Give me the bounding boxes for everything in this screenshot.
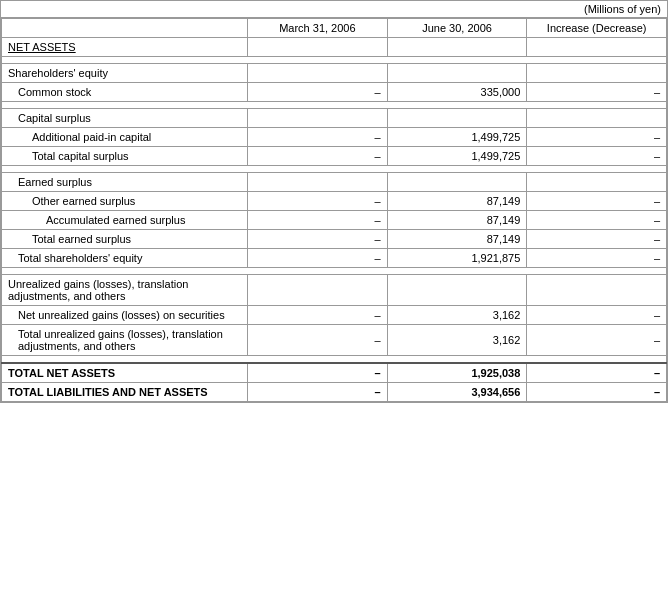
table-row: Total unrealized gains (losses), transla… — [2, 325, 667, 356]
table-row — [2, 356, 667, 364]
col3-value: – — [527, 230, 667, 249]
col3-value: – — [527, 211, 667, 230]
table-row: Additional paid-in capital–1,499,725– — [2, 128, 667, 147]
col3-value — [527, 275, 667, 306]
table-row — [2, 268, 667, 275]
financial-table: March 31, 2006 June 30, 2006 Increase (D… — [1, 18, 667, 402]
row-label: Additional paid-in capital — [2, 128, 248, 147]
col2-value: 1,499,725 — [387, 147, 527, 166]
row-label: Accumulated earned surplus — [2, 211, 248, 230]
col3-value — [527, 38, 667, 57]
spacer-row — [2, 268, 667, 275]
col2-value: 1,925,038 — [387, 363, 527, 383]
col2-value — [387, 275, 527, 306]
col1-value: – — [248, 363, 388, 383]
col3-value: – — [527, 306, 667, 325]
col3-value — [527, 109, 667, 128]
table-row — [2, 57, 667, 64]
col-label-header — [2, 19, 248, 38]
col2-value: 3,934,656 — [387, 383, 527, 402]
table-row: Capital surplus — [2, 109, 667, 128]
table-row: NET ASSETS — [2, 38, 667, 57]
table-row: Other earned surplus–87,149– — [2, 192, 667, 211]
col1-value: – — [248, 249, 388, 268]
row-label: Shareholders' equity — [2, 64, 248, 83]
col1-value: – — [248, 383, 388, 402]
col1-value: – — [248, 230, 388, 249]
table-row: TOTAL NET ASSETS–1,925,038– — [2, 363, 667, 383]
col1-value — [248, 173, 388, 192]
col1-value: – — [248, 192, 388, 211]
col1-value — [248, 109, 388, 128]
table-row — [2, 166, 667, 173]
col1-header: March 31, 2006 — [248, 19, 388, 38]
row-label: Total unrealized gains (losses), transla… — [2, 325, 248, 356]
col2-header: June 30, 2006 — [387, 19, 527, 38]
col2-value: 3,162 — [387, 325, 527, 356]
col2-value: 3,162 — [387, 306, 527, 325]
row-label: Net unrealized gains (losses) on securit… — [2, 306, 248, 325]
col2-value — [387, 109, 527, 128]
spacer-row — [2, 57, 667, 64]
millions-label: (Millions of yen) — [1, 1, 667, 18]
table-row: Unrealized gains (losses), translation a… — [2, 275, 667, 306]
col2-value — [387, 64, 527, 83]
row-label: Total earned surplus — [2, 230, 248, 249]
col3-value — [527, 64, 667, 83]
table-row: Accumulated earned surplus–87,149– — [2, 211, 667, 230]
col3-value — [527, 173, 667, 192]
row-label: Common stock — [2, 83, 248, 102]
spacer-row — [2, 356, 667, 364]
col2-value — [387, 173, 527, 192]
table-row: Shareholders' equity — [2, 64, 667, 83]
col3-value: – — [527, 128, 667, 147]
spacer-row — [2, 166, 667, 173]
col1-value: – — [248, 83, 388, 102]
col3-value: – — [527, 325, 667, 356]
row-label: Total capital surplus — [2, 147, 248, 166]
table-row: Net unrealized gains (losses) on securit… — [2, 306, 667, 325]
col1-value: – — [248, 325, 388, 356]
table-row: Total shareholders' equity–1,921,875– — [2, 249, 667, 268]
col3-value: – — [527, 363, 667, 383]
col1-value — [248, 275, 388, 306]
col2-value: 87,149 — [387, 192, 527, 211]
row-label: TOTAL NET ASSETS — [2, 363, 248, 383]
col2-value: 87,149 — [387, 211, 527, 230]
main-container: (Millions of yen) March 31, 2006 June 30… — [0, 0, 668, 403]
row-label: Capital surplus — [2, 109, 248, 128]
col3-value: – — [527, 83, 667, 102]
table-row: Total capital surplus–1,499,725– — [2, 147, 667, 166]
col2-value: 87,149 — [387, 230, 527, 249]
table-row: Earned surplus — [2, 173, 667, 192]
col1-value: – — [248, 128, 388, 147]
table-row — [2, 102, 667, 109]
row-label: Other earned surplus — [2, 192, 248, 211]
col1-value: – — [248, 147, 388, 166]
table-row: TOTAL LIABILITIES AND NET ASSETS–3,934,6… — [2, 383, 667, 402]
col1-value: – — [248, 211, 388, 230]
row-label: TOTAL LIABILITIES AND NET ASSETS — [2, 383, 248, 402]
col3-value: – — [527, 147, 667, 166]
col3-value: – — [527, 192, 667, 211]
col2-value — [387, 38, 527, 57]
row-label: Total shareholders' equity — [2, 249, 248, 268]
col3-header: Increase (Decrease) — [527, 19, 667, 38]
col2-value: 1,921,875 — [387, 249, 527, 268]
table-row: Total earned surplus–87,149– — [2, 230, 667, 249]
spacer-row — [2, 102, 667, 109]
row-label: Unrealized gains (losses), translation a… — [2, 275, 248, 306]
col3-value: – — [527, 249, 667, 268]
table-header: March 31, 2006 June 30, 2006 Increase (D… — [2, 19, 667, 38]
col3-value: – — [527, 383, 667, 402]
col1-value — [248, 64, 388, 83]
table-row: Common stock–335,000– — [2, 83, 667, 102]
col1-value — [248, 38, 388, 57]
col2-value: 1,499,725 — [387, 128, 527, 147]
col2-value: 335,000 — [387, 83, 527, 102]
row-label: Earned surplus — [2, 173, 248, 192]
col1-value: – — [248, 306, 388, 325]
row-label: NET ASSETS — [2, 38, 248, 57]
